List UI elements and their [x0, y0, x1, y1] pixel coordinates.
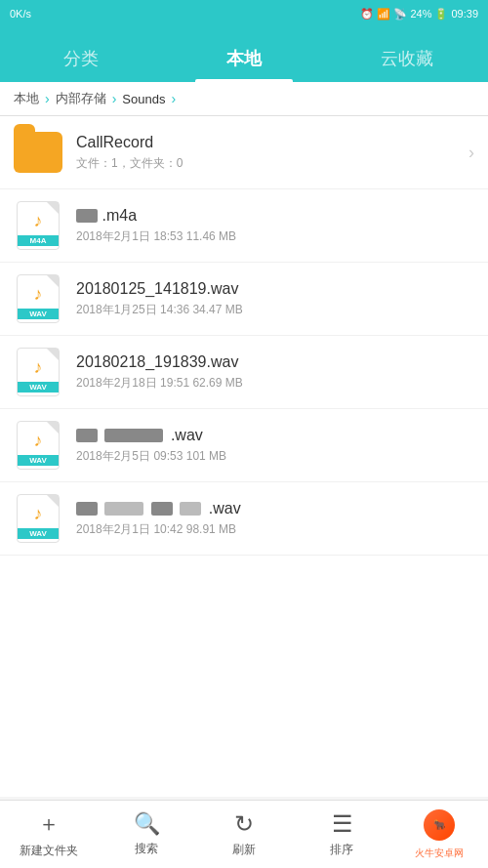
- redacted-block: [151, 502, 173, 516]
- file-info: 20180218_191839.wav 2018年2月18日 19:51 62.…: [76, 353, 474, 392]
- search-icon: 🔍: [134, 811, 160, 837]
- logo-label: 火牛安卓网: [415, 847, 464, 860]
- tab-local[interactable]: 本地: [163, 47, 326, 82]
- audio-file-icon: ♪ WAV: [14, 494, 62, 543]
- battery-text: 24%: [410, 8, 431, 20]
- new-folder-button[interactable]: ＋ 新建文件夹: [0, 802, 98, 867]
- list-item[interactable]: ♪ WAV .wav 2018年2月1日 10:42 98.91 MB: [0, 482, 488, 556]
- list-item[interactable]: CallRecord 文件：1，文件夹：0 ›: [0, 116, 488, 189]
- audio-file-icon: ♪ WAV: [14, 421, 62, 470]
- logo-button[interactable]: 🐂 火牛安卓网: [390, 802, 488, 868]
- breadcrumb-sounds[interactable]: Sounds: [122, 92, 165, 106]
- refresh-icon: ↻: [234, 810, 254, 838]
- plus-icon: ＋: [38, 809, 60, 839]
- audio-file-icon: ♪ WAV: [14, 348, 62, 396]
- redacted-block: [104, 502, 143, 516]
- redacted-block: [76, 502, 98, 516]
- alarm-icon: ⏰: [360, 8, 374, 21]
- tab-bar: 分类 本地 云收藏: [0, 27, 488, 82]
- sort-button[interactable]: ☰ 排序: [293, 803, 390, 866]
- file-name: .wav: [76, 427, 474, 444]
- format-label: WAV: [18, 309, 59, 319]
- file-meta: 2018年1月25日 14:36 34.47 MB: [76, 302, 474, 318]
- format-label: WAV: [18, 382, 59, 393]
- music-note-icon: ♪: [34, 431, 43, 451]
- network-speed: 0K/s: [10, 8, 31, 20]
- music-note-icon: ♪: [34, 284, 43, 305]
- file-name: .wav: [76, 500, 474, 517]
- bottom-nav: ＋ 新建文件夹 🔍 搜索 ↻ 刷新 ☰ 排序 🐂 火牛安卓网: [0, 800, 488, 868]
- search-label: 搜索: [135, 841, 158, 857]
- time-display: 09:39: [451, 8, 478, 20]
- status-bar: 0K/s ⏰ 📶 📡 24% 🔋 09:39: [0, 0, 488, 27]
- breadcrumb-internal[interactable]: 内部存储: [56, 90, 106, 107]
- list-item[interactable]: ♪ WAV 20180125_141819.wav 2018年1月25日 14:…: [0, 263, 488, 336]
- file-meta: 2018年2月5日 09:53 101 MB: [76, 448, 474, 465]
- file-info: CallRecord 文件：1，文件夹：0: [76, 134, 468, 172]
- file-info: 20180125_141819.wav 2018年1月25日 14:36 34.…: [76, 280, 474, 318]
- audio-file-icon: ♪ WAV: [14, 274, 62, 323]
- sort-icon: ☰: [332, 810, 352, 838]
- format-label: WAV: [18, 528, 59, 539]
- format-label: WAV: [18, 455, 59, 466]
- file-meta: 2018年2月18日 19:51 62.69 MB: [76, 375, 474, 392]
- search-button[interactable]: 🔍 搜索: [98, 804, 195, 865]
- redacted-block: [76, 209, 98, 223]
- file-name: 20180218_191839.wav: [76, 353, 474, 371]
- file-name: 20180125_141819.wav: [76, 280, 474, 298]
- breadcrumb: 本地 › 内部存储 › Sounds ›: [0, 82, 488, 116]
- wifi-icon: 📶: [377, 8, 390, 21]
- tab-category[interactable]: 分类: [0, 47, 163, 82]
- breadcrumb-sep-2: ›: [112, 91, 117, 106]
- redacted-block: [76, 429, 98, 442]
- logo-icon: 🐂: [424, 809, 455, 841]
- format-label: M4A: [18, 235, 59, 246]
- refresh-label: 刷新: [232, 842, 256, 858]
- breadcrumb-local[interactable]: 本地: [14, 90, 39, 107]
- arrow-icon: ›: [468, 143, 474, 163]
- battery-icon: 🔋: [434, 8, 448, 21]
- file-info: .wav 2018年2月5日 09:53 101 MB: [76, 427, 474, 465]
- refresh-button[interactable]: ↻ 刷新: [195, 803, 293, 866]
- tab-cloud[interactable]: 云收藏: [325, 47, 488, 82]
- file-meta: 2018年2月1日 10:42 98.91 MB: [76, 521, 474, 538]
- music-note-icon: ♪: [34, 504, 43, 524]
- music-note-icon: ♪: [34, 211, 43, 231]
- sort-label: 排序: [330, 842, 353, 858]
- file-list: CallRecord 文件：1，文件夹：0 › ♪ M4A .m4a 2018年…: [0, 116, 488, 797]
- status-icons: ⏰ 📶 📡 24% 🔋 09:39: [360, 8, 478, 21]
- redacted-block: [180, 502, 201, 516]
- redacted-block: [104, 429, 163, 442]
- file-meta: 文件：1，文件夹：0: [76, 155, 468, 172]
- file-info: .wav 2018年2月1日 10:42 98.91 MB: [76, 500, 474, 538]
- folder-icon: [14, 128, 62, 177]
- list-item[interactable]: ♪ M4A .m4a 2018年2月1日 18:53 11.46 MB: [0, 189, 488, 263]
- list-item[interactable]: ♪ WAV 20180218_191839.wav 2018年2月18日 19:…: [0, 336, 488, 409]
- file-name: .m4a: [76, 207, 474, 225]
- music-note-icon: ♪: [34, 357, 43, 378]
- audio-file-icon: ♪ M4A: [14, 201, 62, 250]
- file-name: CallRecord: [76, 134, 468, 151]
- file-meta: 2018年2月1日 18:53 11.46 MB: [76, 228, 474, 245]
- breadcrumb-sep-1: ›: [45, 91, 50, 106]
- breadcrumb-sep-3: ›: [171, 91, 176, 106]
- signal-icon: 📡: [393, 8, 407, 21]
- file-info: .m4a 2018年2月1日 18:53 11.46 MB: [76, 207, 474, 245]
- list-item[interactable]: ♪ WAV .wav 2018年2月5日 09:53 101 MB: [0, 409, 488, 482]
- new-folder-label: 新建文件夹: [20, 843, 78, 859]
